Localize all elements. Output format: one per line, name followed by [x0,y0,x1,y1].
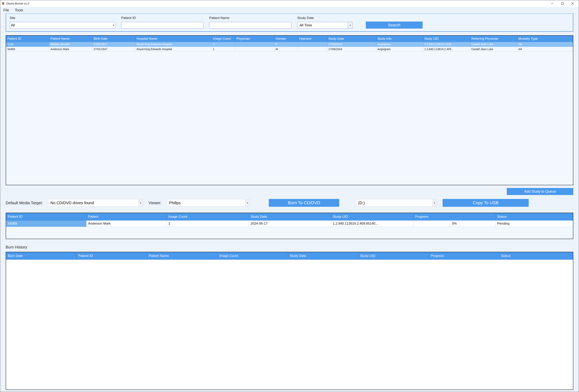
col-ref-physician[interactable]: Referring Physician [470,36,517,42]
qcol-study-uid[interactable]: Study UID [331,213,413,221]
cell-gender: M [275,47,298,52]
cell-image_count: 1 [212,47,235,52]
drive-select[interactable]: (D:) ▾ [356,199,437,207]
hcol-study-uid[interactable]: Study UID [359,252,429,260]
hcol-patient-id[interactable]: Patient ID [77,252,147,260]
hcol-image-count[interactable]: Image Count [218,252,288,260]
history-table: Burn Date Patient ID Patient Name Image … [6,252,573,390]
col-gender[interactable]: Gender [275,36,298,42]
chevron-down-icon[interactable]: ▾ [348,22,353,29]
hcol-patient-name[interactable]: Patient Name [147,252,218,260]
cell-birth_date: 27/01/1947 [92,42,136,47]
cell-hospital_name: Royal King Edwards Hospital [136,47,212,52]
study-date-select[interactable]: All Time [297,22,348,29]
patient-id-label: Patient ID [121,16,203,20]
col-modality[interactable]: Modality Type [517,36,573,42]
qcol-image-count[interactable]: Image Count [167,213,249,221]
cell-modality: XA [517,42,573,47]
table-row[interactable]: 54369Anderson Mark12024-06-171.2.840.113… [6,221,573,227]
client-area: File Tools Site All ▾ [0,7,579,392]
close-button[interactable] [568,0,578,7]
search-panel: Site All ▾ Patient ID Patient Nam [6,13,573,32]
drive-value: (D:) [356,199,433,207]
hcol-status[interactable]: Status [500,252,573,260]
cell-patient_id: 1234 [6,42,49,47]
cell-ref_physician: Castell Jean Luke [470,47,517,52]
cell-physician [235,42,275,47]
hcol-burn-date[interactable]: Burn Date [6,252,77,260]
qcol-study-date[interactable]: Study Date [249,213,331,221]
patient-name-input[interactable] [209,22,291,29]
default-target-select[interactable]: No CD/DVD drives found ▾ [48,199,143,207]
cell-image_count: 1 [212,42,235,47]
col-study-date[interactable]: Study Date [327,36,376,42]
col-operator[interactable]: Operator [298,36,327,42]
results-table: Patient ID Patient Name Birth Date Hospi… [6,35,573,185]
menu-bar: File Tools [0,7,579,13]
qcol-status[interactable]: Status [496,213,573,221]
cell-operator [298,47,327,52]
burn-button[interactable]: Burn To CD/DVD [269,199,339,207]
chevron-down-icon[interactable]: ▾ [433,199,437,207]
cell-study_date: 2024-06-17 [249,221,331,227]
cell-patient_id: 54369 [6,47,49,52]
cell-study_info: Angiogram [376,47,423,52]
table-row[interactable]: 1234Shelley Jennifer27/01/1947Royal King… [6,42,573,47]
col-patient-id[interactable]: Patient ID [6,36,49,42]
col-study-info[interactable]: Study Info [376,36,423,42]
cell-study_date: 17/06/2024 [327,47,376,52]
cell-hospital_name: Royal King Edwards Hospital [136,42,212,47]
cell-study_uid: 1.2.840.113619.2.409... [423,47,470,52]
col-birth-date[interactable]: Birth Date [92,36,136,42]
qcol-patient-id[interactable]: Patient ID [6,213,86,221]
col-image-count[interactable]: Image Count [212,36,235,42]
maximize-button[interactable] [557,0,568,7]
chevron-down-icon[interactable]: ▾ [138,199,143,207]
copy-usb-button[interactable]: Copy To USB [442,199,529,207]
viewer-value: Philips [167,199,245,207]
col-physician[interactable]: Physician [235,36,275,42]
cell-modality: XA [517,47,573,52]
table-row[interactable]: 54369Anderson Mark27/01/1947Royal King E… [6,47,573,52]
patient-id-input[interactable] [121,22,203,29]
cell-gender: F [275,42,298,47]
cell-study_uid: 1.2.840.113619.2.409.65140... [331,221,413,227]
queue-table: Patient ID Patient Image Count Study Dat… [6,213,573,239]
qcol-patient[interactable]: Patient [86,213,167,221]
hcol-study-date[interactable]: Study Date [288,252,359,260]
col-hospital-name[interactable]: Hospital Name [136,36,212,42]
cell-progress: 0% [413,221,496,227]
chevron-down-icon[interactable]: ▾ [245,199,250,207]
search-button[interactable]: Search [366,21,423,29]
cell-study_uid: 1.2.840.113619.2.409... [423,42,470,47]
minimize-button[interactable] [547,0,557,7]
menu-file[interactable]: File [3,8,9,12]
cell-status: Pending [496,221,573,227]
cell-patient: Anderson Mark [86,221,167,227]
menu-tools[interactable]: Tools [15,8,23,12]
cell-operator [298,42,327,47]
viewer-label: Viewer: [148,201,161,205]
study-date-label: Study Date [297,16,354,20]
hcol-progress[interactable]: Progress [429,252,500,260]
viewer-select[interactable]: Philips ▾ [167,199,250,207]
default-target-label: Default Media Target: [6,201,43,205]
history-label: Burn History [6,245,573,249]
svg-rect-3 [561,2,563,4]
svg-point-1 [3,3,3,4]
media-row: Default Media Target: No CD/DVD drives f… [6,199,573,207]
window-title: Dicom Burner v1.0 [6,2,29,5]
default-target-value: No CD/DVD drives found [48,199,138,207]
site-select[interactable]: All [9,22,115,29]
results-header-row: Patient ID Patient Name Birth Date Hospi… [6,36,573,42]
col-study-uid[interactable]: Study UID [423,36,470,42]
cell-ref_physician: Castell Jean Luke [470,42,517,47]
col-patient-name[interactable]: Patient Name [49,36,92,42]
app-icon [1,2,5,5]
cell-patient_name: Anderson Mark [49,47,92,52]
cell-study_date: 17/06/2024 [327,42,376,47]
content: Site All ▾ Patient ID Patient Nam [0,13,579,392]
qcol-progress[interactable]: Progress [413,213,496,221]
cell-patient_name: Shelley Jennifer [49,42,92,47]
add-study-button[interactable]: Add Study to Queue [507,188,573,195]
